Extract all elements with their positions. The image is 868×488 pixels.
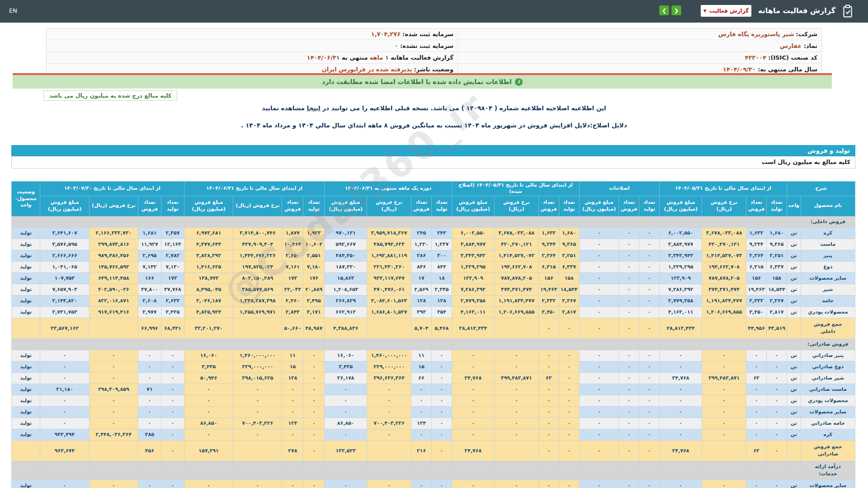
dropdown-label: گزارش فعالیت <box>709 8 749 14</box>
value-cell: ۱۹۷,۸۲۵,۰۲۴ <box>233 261 282 272</box>
value-cell: ۰ <box>494 406 538 418</box>
value-cell: ۰ <box>619 418 639 429</box>
value-cell: ۰ <box>432 395 452 406</box>
product-name-cell: محصولات پودري <box>801 395 855 406</box>
status-cell: تولید <box>12 429 40 440</box>
value-cell: ۳۹۹,۴۸۳,۸۷۱ <box>494 372 538 384</box>
value-cell: ۰ <box>432 480 452 488</box>
value-cell: ۰ <box>579 239 619 250</box>
value-cell: ۰ <box>746 480 767 488</box>
value-cell: ۰ <box>411 384 432 395</box>
column-group-header: از ابتدای سال مالی تا تاریخ ۱۴۰۴/۰۵/۳۱ <box>660 182 787 196</box>
product-name-cell: جمع فروش صادراتی <box>801 440 855 461</box>
value-cell: ۰ <box>746 350 767 361</box>
empty-cell <box>702 461 746 480</box>
value-cell: ۱,۶۸۰ <box>559 227 579 239</box>
value-cell: ۰ <box>639 406 660 418</box>
value-cell: ۰ <box>767 418 787 429</box>
value-cell: ۰ <box>619 250 639 261</box>
value-cell: ۱,۲۳۷ <box>432 239 452 250</box>
value-cell: ۷,۲۸۶,۳۹۲ <box>660 284 702 295</box>
signature-match-banner: i اطلاعات نمایش داده شده با اطلاعات امضا… <box>13 75 832 89</box>
value-cell: ۰ <box>639 372 660 384</box>
product-name-cell: سایر محصولات <box>801 406 855 418</box>
value-cell: ۰ <box>138 361 161 372</box>
value-cell: ۰ <box>184 429 233 440</box>
unit-cell <box>787 318 801 338</box>
value-cell: ۰ <box>639 480 660 488</box>
empty-cell <box>12 338 40 350</box>
column-header: تعداد تولید <box>432 196 452 216</box>
value-cell: ۱,۴۴۴,۶۷۶,۲۲۶ <box>233 250 282 261</box>
section-row: فروش داخلی: <box>12 216 855 227</box>
value-cell: ۰ <box>639 284 660 295</box>
value-cell: ۱۱,۹۲۷ <box>138 239 161 250</box>
value-cell: ۱۵۸ <box>767 272 787 284</box>
value-cell: ۱۹,۴۶۳ <box>746 284 767 295</box>
value-cell: ۶,۳۳۷ <box>767 261 787 272</box>
value-cell: ۰ <box>579 272 619 284</box>
value-cell: ۱,۲۲۹,۲۹۵ <box>452 261 494 272</box>
value-cell: ۱۷ <box>411 272 432 284</box>
info-label: گزارش فعالیت ماهانه <box>391 54 453 61</box>
product-name-cell: خامه <box>801 295 855 306</box>
empty-cell <box>787 216 801 227</box>
empty-cell <box>494 461 538 480</box>
value-cell: ۰ <box>579 261 619 272</box>
value-cell: ۶۲ <box>746 440 767 461</box>
chevron-down-icon: ▼ <box>703 9 707 13</box>
value-cell: ۲,۷۷۹,۳۵۸ <box>452 295 494 306</box>
value-cell: ۳۰۰ <box>432 250 452 261</box>
value-cell: ۴۷۰,۴۷۶,۰۶۱ <box>367 284 411 295</box>
value-cell: ۰ <box>411 480 432 488</box>
value-cell: ۲۴۵ <box>411 227 432 239</box>
value-cell: ۱,۴۱۶,۶۲۵ <box>184 261 233 272</box>
value-cell: ۳,۷۱۴,۸۰۰,۷۴۶ <box>233 227 282 239</box>
product-name-cell: ماست صادراتي <box>801 384 855 395</box>
nav-previous-button[interactable]: ❮ <box>659 5 669 15</box>
value-cell: ۶,۰۰۲,۵۵۰ <box>452 227 494 239</box>
value-cell: ۰ <box>282 395 303 406</box>
value-cell: ۰ <box>432 372 452 384</box>
value-cell: ۹۷۰,۱۳۱ <box>325 227 367 239</box>
value-cell: ۰ <box>767 406 787 418</box>
column-header: مبلغ فروش (میلیون ریال) <box>184 196 233 216</box>
value-cell: ۸۰۲,۱۵۰,۲۸۹ <box>233 272 282 284</box>
column-header: تعداد تولید <box>639 196 660 216</box>
value-cell: ۰ <box>432 384 452 395</box>
unit-cell: تن <box>787 284 801 295</box>
unit-cell: تن <box>787 239 801 250</box>
value-cell: ۲,۴۴۸,۰۳۶,۳۶۴ <box>89 429 138 440</box>
value-cell: ۲,۸۱۷ <box>767 306 787 318</box>
value-cell: ۰ <box>233 384 282 395</box>
value-cell: ۲۲۹,۰۰۰,۰۰۰ <box>233 361 282 372</box>
language-toggle-en[interactable]: EN <box>9 7 17 14</box>
value-cell: ۱۶,۰۶۰ <box>184 350 233 361</box>
nav-next-button[interactable]: ❯ <box>671 5 681 15</box>
value-cell: ۹۱۷,۶۱۹,۴۱۶ <box>89 306 138 318</box>
value-cell: ۰ <box>559 384 579 395</box>
value-cell: ۰ <box>282 384 303 395</box>
value-cell: ۰ <box>579 361 619 372</box>
value-cell: ۳۷۴,۳۷۱,۴۷۴ <box>494 284 538 295</box>
report-type-dropdown[interactable]: گزارش فعالیت ▼ <box>701 5 751 17</box>
info-label: وضعیت ناشر: <box>414 66 453 73</box>
value-cell: ۰ <box>702 361 746 372</box>
value-cell: ۰ <box>138 395 161 406</box>
value-cell: ۰ <box>619 239 639 250</box>
section-title-bar: تولید و فروش <box>11 145 855 156</box>
value-cell: ۱,۶۸۱ <box>138 227 161 239</box>
empty-cell <box>138 216 161 227</box>
empty-cell <box>303 461 325 480</box>
column-header: تعداد فروش <box>619 196 639 216</box>
status-cell: تولید <box>12 295 40 306</box>
product-row: شیر صادراتيتن۰۶۲۳۹۹,۴۸۳,۸۷۱۲۴,۷۶۸۰۰۰۰۶۲۳… <box>12 372 855 384</box>
value-cell: ۰ <box>702 480 746 488</box>
value-cell: ۸۴۳ <box>432 261 452 272</box>
value-cell: ۱۰,۶۰۲ <box>303 239 325 250</box>
previous-version-link[interactable]: اینجا <box>307 104 321 112</box>
column-header: تعداد فروش <box>746 196 767 216</box>
value-cell: ۳۷,۸۰۰ <box>138 284 161 295</box>
value-cell: ۲,۳۶۴ <box>538 250 559 261</box>
value-cell: ۰ <box>702 395 746 406</box>
